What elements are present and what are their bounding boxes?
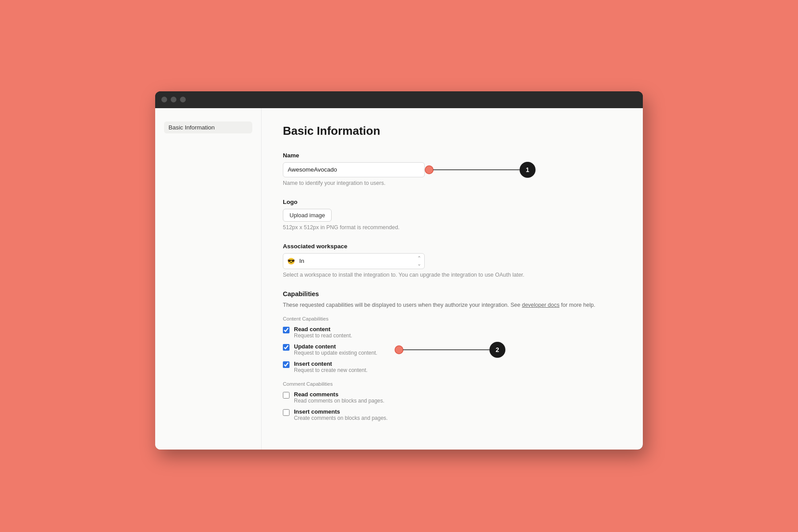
capability-insert-content: Insert content Request to create new con… (283, 360, 622, 373)
name-input[interactable] (283, 162, 425, 177)
read-content-text: Read content Request to read content. (294, 326, 352, 339)
browser-titlebar (155, 91, 643, 108)
insert-comments-desc: Create comments on blocks and pages. (294, 415, 387, 421)
browser-window: Basic Information Basic Information Name… (155, 91, 643, 450)
read-comments-checkbox[interactable] (283, 392, 289, 399)
name-section: Name 1 Name to identify your integration… (283, 152, 622, 186)
annotation-2-svg: 2 (394, 341, 522, 359)
insert-comments-text: Insert comments Create comments on block… (294, 408, 387, 421)
page-title: Basic Information (283, 124, 622, 138)
svg-point-4 (395, 346, 403, 354)
content-capabilities-label: Content Capabilities (283, 316, 622, 321)
name-label: Name (283, 152, 622, 159)
insert-content-name: Insert content (294, 360, 368, 367)
workspace-select[interactable]: In (283, 253, 425, 269)
update-content-name: Update content (294, 343, 377, 350)
insert-content-checkbox[interactable] (283, 361, 289, 368)
read-comments-text: Read comments Read comments on blocks an… (294, 391, 384, 404)
capability-insert-comments: Insert comments Create comments on block… (283, 408, 622, 421)
logo-section: Logo Upload image 512px x 512px in PNG f… (283, 199, 622, 231)
traffic-light-close[interactable] (161, 97, 167, 102)
annotation-1-svg: 1 (424, 161, 552, 179)
insert-content-text: Insert content Request to create new con… (294, 360, 368, 373)
capabilities-section: Capabilities These requested capabilitie… (283, 290, 622, 422)
capabilities-title: Capabilities (283, 290, 622, 297)
comment-capabilities-group: Comment Capabilities Read comments Read … (283, 381, 622, 421)
logo-hint: 512px x 512px in PNG format is recommend… (283, 224, 622, 231)
update-content-desc: Request to update existing content. (294, 350, 377, 356)
comment-capabilities-label: Comment Capabilities (283, 381, 622, 387)
main-content: Basic Information Name 1 Name to identif… (262, 108, 643, 450)
traffic-light-minimize[interactable] (171, 97, 176, 102)
read-content-checkbox[interactable] (283, 327, 289, 333)
content-capabilities-group: Content Capabilities Read content Reques… (283, 316, 622, 373)
workspace-label: Associated workspace (283, 243, 622, 250)
capability-update-content: Update content Request to update existin… (283, 343, 622, 356)
sidebar-item-basic-information[interactable]: Basic Information (164, 121, 252, 133)
read-comments-desc: Read comments on blocks and pages. (294, 398, 384, 404)
traffic-light-maximize[interactable] (180, 97, 186, 102)
name-hint: Name to identify your integration to use… (283, 180, 622, 186)
insert-content-desc: Request to create new content. (294, 367, 368, 373)
svg-point-0 (425, 166, 433, 174)
logo-label: Logo (283, 199, 622, 205)
capabilities-description: These requested capabilities will be dis… (283, 301, 622, 309)
svg-text:1: 1 (526, 166, 529, 173)
read-content-name: Read content (294, 326, 352, 332)
workspace-section: Associated workspace 😎 In ⌃⌄ Select a wo… (283, 243, 622, 278)
upload-image-button[interactable]: Upload image (283, 209, 332, 222)
read-content-desc: Request to read content. (294, 332, 352, 339)
insert-comments-checkbox[interactable] (283, 409, 289, 416)
capability-read-comments: Read comments Read comments on blocks an… (283, 391, 622, 404)
workspace-hint: Select a workspace to install the integr… (283, 272, 622, 278)
capability-read-content: Read content Request to read content. (283, 326, 622, 339)
browser-content: Basic Information Basic Information Name… (155, 108, 643, 450)
insert-comments-name: Insert comments (294, 408, 387, 415)
read-comments-name: Read comments (294, 391, 384, 398)
workspace-select-wrapper: 😎 In ⌃⌄ (283, 253, 425, 269)
svg-text:2: 2 (496, 346, 499, 353)
update-content-checkbox[interactable] (283, 344, 289, 351)
update-content-text: Update content Request to update existin… (294, 343, 377, 356)
developer-docs-link[interactable]: developer docs (522, 302, 559, 308)
sidebar: Basic Information (155, 108, 262, 450)
